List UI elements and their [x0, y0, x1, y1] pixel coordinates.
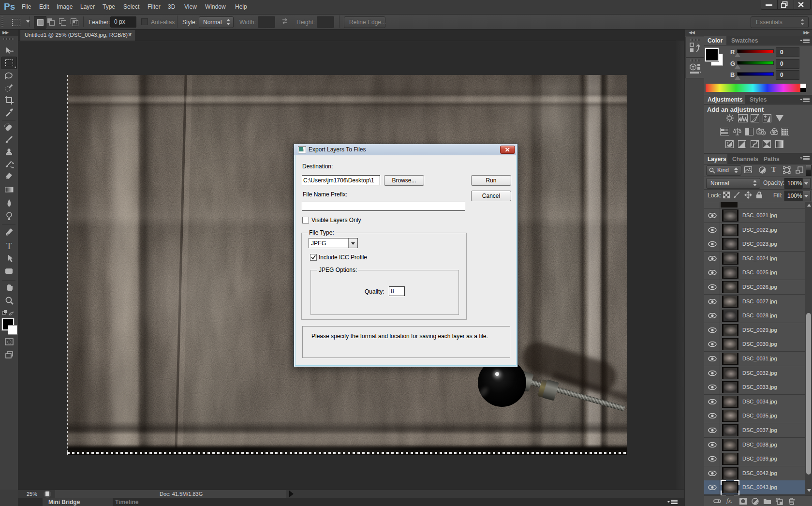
svg-text:T: T	[6, 241, 12, 251]
